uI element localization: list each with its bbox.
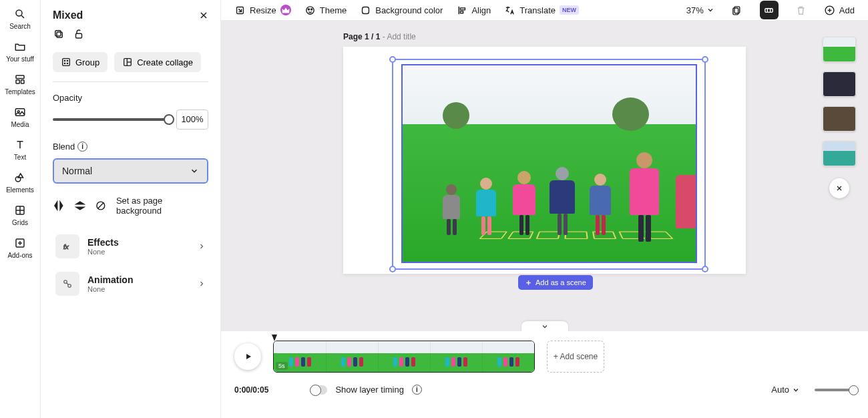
collage-icon — [122, 57, 133, 67]
svg-line-28 — [98, 203, 104, 209]
svg-point-23 — [67, 63, 67, 63]
rail-media-label: Media — [11, 121, 29, 128]
suggestions-panel — [823, 37, 856, 198]
svg-rect-39 — [461, 11, 463, 13]
suggestion-thumb[interactable] — [823, 71, 856, 97]
align-button[interactable]: Align — [456, 5, 491, 16]
translate-button[interactable]: Translate NEW — [504, 5, 579, 16]
zoom-control[interactable]: 37% — [686, 5, 714, 15]
flip-vertical-icon[interactable] — [74, 200, 86, 212]
zoom-value: 37% — [686, 5, 704, 15]
timeline-frame[interactable] — [430, 341, 482, 372]
rail-grids[interactable]: Grids — [0, 200, 40, 233]
add-scene-button[interactable]: + Add scene — [547, 341, 604, 373]
close-panel-icon[interactable] — [199, 11, 208, 20]
bg-color-label: Background color — [375, 5, 443, 15]
rail-your-stuff-label: Your stuff — [6, 55, 34, 63]
suggestion-thumb[interactable] — [823, 106, 856, 132]
rail-templates-label: Templates — [5, 88, 35, 95]
suggestion-thumb[interactable] — [823, 37, 856, 62]
svg-rect-38 — [461, 7, 465, 9]
speed-slider[interactable] — [815, 389, 855, 391]
blend-label-text: Blend — [53, 142, 75, 152]
animation-button[interactable]: Animation None — [53, 268, 208, 300]
opacity-slider[interactable] — [53, 118, 170, 121]
add-as-scene-label: Add as a scene — [535, 278, 586, 286]
timeline-frame[interactable] — [482, 341, 534, 372]
plus-icon — [525, 279, 532, 286]
timeline-frame[interactable] — [326, 341, 378, 372]
create-collage-button[interactable]: Create collage — [114, 52, 201, 72]
suggestion-thumb[interactable] — [823, 141, 856, 166]
rail-text[interactable]: Text — [0, 135, 40, 168]
selection-frame[interactable] — [392, 59, 706, 270]
blend-label: Blend i — [53, 142, 208, 152]
translate-label: Translate — [519, 5, 556, 15]
close-suggestions-button[interactable] — [829, 178, 849, 198]
grids-icon — [14, 204, 26, 216]
timeline-toggle-button[interactable] — [760, 1, 779, 19]
trash-icon — [795, 5, 807, 16]
show-layer-timing-toggle[interactable] — [310, 385, 327, 395]
rail-your-stuff[interactable]: Your stuff — [0, 37, 40, 69]
delete-button[interactable] — [792, 1, 811, 19]
canvas-area[interactable]: Page 1 / 1 - Add title Add as a scene — [221, 20, 868, 331]
rail-elements[interactable]: Elements — [0, 168, 40, 200]
rail-addons[interactable]: Add-ons — [0, 233, 40, 266]
group-button-label: Group — [75, 57, 99, 67]
chevron-down-icon — [792, 386, 800, 394]
add-button[interactable]: Add — [824, 5, 855, 16]
add-title-placeholder[interactable]: - Add title — [380, 32, 415, 41]
top-toolbar: Resize Theme Background color Align Tran… — [221, 0, 868, 20]
svg-point-22 — [64, 63, 65, 63]
rail-search[interactable]: Search — [0, 4, 40, 37]
scene-duration-badge: 5s — [276, 362, 288, 370]
resize-button[interactable]: Resize — [234, 5, 291, 16]
background-color-button[interactable]: Background color — [360, 5, 443, 16]
rail-text-label: Text — [14, 154, 26, 161]
collapse-timeline-button[interactable] — [521, 321, 568, 332]
set-background-button[interactable]: Set as page background — [116, 196, 208, 216]
properties-panel: Mixed Group Create collage Opacity 100% … — [41, 0, 221, 418]
info-icon[interactable]: i — [412, 385, 422, 395]
group-button[interactable]: Group — [53, 52, 107, 72]
flip-horizontal-icon[interactable] — [53, 200, 65, 212]
opacity-label: Opacity — [53, 93, 208, 103]
panel-title: Mixed — [53, 9, 83, 21]
unlock-icon[interactable] — [73, 28, 85, 40]
speed-select[interactable]: Auto — [771, 385, 800, 395]
pages-button[interactable] — [728, 1, 746, 19]
templates-icon — [14, 73, 26, 85]
group-icon — [61, 57, 71, 67]
effects-title: Effects — [87, 237, 190, 248]
timeline-frame[interactable] — [378, 341, 430, 372]
add-label: Add — [839, 5, 855, 15]
rail-templates[interactable]: Templates — [0, 69, 40, 102]
chevron-down-icon — [541, 323, 549, 331]
add-as-scene-button[interactable]: Add as a scene — [518, 275, 593, 290]
page-label[interactable]: Page 1 / 1 - Add title — [343, 32, 416, 41]
rail-addons-label: Add-ons — [7, 252, 32, 259]
translate-icon — [504, 5, 515, 16]
add-icon — [824, 5, 835, 16]
duplicate-icon[interactable] — [53, 28, 65, 40]
blend-mode-value: Normal — [62, 166, 92, 176]
rail-media[interactable]: Media — [0, 102, 40, 135]
animation-icon — [61, 278, 73, 290]
show-layer-timing-label: Show layer timing — [335, 385, 404, 395]
timeline-icon — [763, 5, 775, 16]
timeline-scene-track[interactable]: 5s — [273, 341, 535, 373]
play-button[interactable] — [234, 343, 261, 370]
search-icon — [14, 8, 26, 20]
svg-rect-2 — [16, 75, 24, 79]
blend-mode-select[interactable]: Normal — [53, 158, 208, 184]
info-icon[interactable]: i — [77, 142, 87, 152]
media-icon — [14, 106, 26, 118]
timeline-time: 0:00/0:05 — [234, 385, 268, 395]
effects-button[interactable]: fx Effects None — [53, 230, 208, 262]
left-rail: Search Your stuff Templates Media Text E… — [0, 0, 41, 418]
timeline-panel: 5s + Add scene 0:00/0:05 Show layer timi… — [221, 331, 868, 418]
svg-rect-36 — [363, 7, 369, 13]
opacity-value[interactable]: 100% — [176, 110, 208, 130]
theme-button[interactable]: Theme — [304, 5, 347, 16]
